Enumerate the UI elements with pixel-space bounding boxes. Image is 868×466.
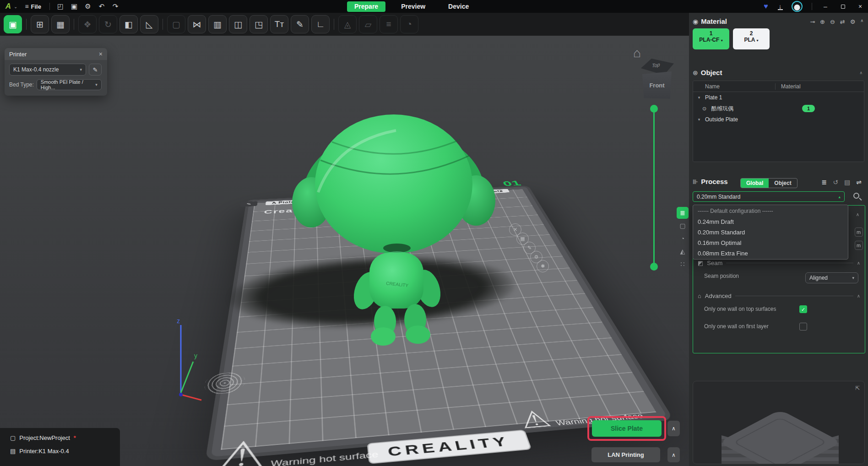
add-text-button[interactable]: Tт	[270, 15, 288, 33]
slice-plate-button[interactable]: Slice Plate	[592, 420, 662, 437]
move-button[interactable]: ❖	[78, 15, 97, 33]
expander-icon[interactable]: ▾	[693, 95, 705, 100]
undo-icon[interactable]: ↶	[95, 2, 108, 11]
material-swap-icon[interactable]: ⇄	[840, 18, 845, 25]
printer-select[interactable]: K1 Max-0.4 nozzle ▾	[9, 64, 86, 76]
category-quality[interactable]: ≣	[677, 207, 689, 219]
axis-indicator: z y	[173, 316, 210, 412]
save-preset-icon[interactable]: ▤	[844, 179, 850, 186]
user-avatar[interactable]	[792, 1, 803, 12]
tab-prepare[interactable]: Prepare	[347, 1, 385, 12]
material-add-icon[interactable]: ⊕	[820, 18, 825, 25]
seam-group-header[interactable]: ◩ Seam ∧	[698, 260, 860, 266]
dropdown-option-optimal[interactable]: 0.16mm Optimal	[693, 238, 848, 248]
split-button[interactable]: ◫	[229, 15, 247, 33]
expander-icon[interactable]: ▾	[693, 117, 705, 122]
rotate-button[interactable]: ↻	[99, 15, 117, 33]
advanced-group-header[interactable]: ⌂ Advanced ∧	[698, 293, 860, 299]
category-support[interactable]: ◭	[677, 245, 689, 257]
add-model-button[interactable]: ⊞	[31, 15, 49, 33]
plate-edit-icon[interactable]: ✎	[240, 201, 257, 207]
lay-on-face-button[interactable]: ◺	[140, 15, 158, 33]
favorites-heart-icon[interactable]: ♥	[760, 2, 772, 11]
auto-arrange-button[interactable]: ◧	[119, 15, 138, 33]
material-settings-icon[interactable]: ⚙	[850, 18, 856, 25]
tab-device[interactable]: Device	[441, 1, 476, 12]
orientation-cube[interactable]: Top Front	[640, 59, 675, 100]
category-speed[interactable]: ◔	[677, 233, 689, 244]
material-slot-1[interactable]: 1 PLA-CF ▾	[693, 28, 729, 49]
mirror-button[interactable]: ⋈	[188, 15, 206, 33]
close-icon[interactable]: ×	[99, 50, 103, 58]
file-menu-label: File	[31, 3, 41, 10]
collapse-icon[interactable]: ∧	[857, 260, 860, 266]
material-remove-icon[interactable]: ⊖	[830, 18, 835, 25]
collapse-icon[interactable]: ∧	[857, 293, 860, 298]
draw-button[interactable]: ✎	[291, 15, 309, 33]
lan-options-button[interactable]: ∧	[667, 447, 680, 462]
model-3d-figure[interactable]: CREALITY	[263, 87, 520, 362]
dropdown-option-standard[interactable]: 0.20mm Standard	[693, 227, 848, 238]
preset-select[interactable]: 0.20mm Standard ▴	[693, 191, 845, 202]
file-menu[interactable]: ≡ File	[20, 3, 46, 10]
scope-object-tab[interactable]: Object	[769, 179, 797, 188]
material-slot-2[interactable]: 2 PLA ▾	[733, 28, 770, 49]
dropdown-option-extra-fine[interactable]: 0.08mm Extra Fine	[693, 248, 848, 259]
viewport-3d[interactable]: ✎ A Plate pleas... A Plate 01 Creality S…	[0, 36, 689, 466]
logo-caret-icon[interactable]: ⌄	[14, 4, 17, 9]
redo-icon[interactable]: ↷	[108, 2, 122, 11]
slice-options-button[interactable]: ∧	[667, 421, 680, 436]
category-others[interactable]: ∷	[677, 258, 689, 270]
history-icon[interactable]: ↺	[833, 179, 838, 186]
sync-preset-icon[interactable]: ⇌	[856, 179, 862, 186]
expand-icon[interactable]: ⇱	[855, 385, 860, 391]
category-plate[interactable]: ▢	[677, 220, 689, 232]
lan-printing-button[interactable]: LAN Printing	[591, 447, 660, 462]
preset-list-icon[interactable]: ≣	[822, 179, 827, 186]
printer-panel-header[interactable]: Printer ×	[5, 48, 107, 60]
only-one-wall-top-checkbox[interactable]: ✓	[799, 305, 807, 313]
section-collapse-icon[interactable]: ∧	[856, 212, 859, 217]
plate-action-settings[interactable]: ✱	[537, 260, 549, 272]
slider-handle-top[interactable]	[650, 105, 658, 113]
dropdown-option-draft[interactable]: 0.24mm Draft	[693, 217, 848, 227]
scope-global-tab[interactable]: Global	[741, 179, 769, 188]
save-icon[interactable]: ▣	[67, 2, 81, 11]
model-torso	[369, 253, 423, 309]
minimize-button[interactable]: –	[818, 0, 833, 13]
material-badge[interactable]: 1	[802, 105, 815, 112]
table-row-model[interactable]: ⊙ 酷维玩偶 1	[693, 103, 864, 114]
plate-settings-button[interactable]: ▣	[4, 15, 22, 33]
creality-logo[interactable]: A	[3, 2, 14, 11]
edit-printer-button[interactable]: ✎	[89, 64, 102, 76]
hollow-button[interactable]: ◳	[250, 15, 268, 33]
material-feed-icon[interactable]: ⊸	[810, 18, 815, 25]
clone-button[interactable]: ▥	[208, 15, 227, 33]
clip-button[interactable]: ▱	[359, 15, 377, 33]
table-row-outside-plate[interactable]: ▾ Outside Plate	[693, 114, 864, 125]
seam-position-select[interactable]: Aligned ▾	[805, 272, 858, 283]
search-icon[interactable]	[853, 193, 859, 199]
download-icon[interactable]: ↓	[774, 3, 786, 10]
eye-visibility-icon[interactable]: ⊙	[702, 106, 711, 112]
tab-preview[interactable]: Preview	[394, 1, 433, 12]
layer-range-slider[interactable]	[653, 109, 655, 266]
close-button[interactable]: ×	[852, 0, 868, 13]
table-row-plate1[interactable]: ▾ Plate 1	[693, 92, 864, 103]
material-2-name: PLA ▾	[733, 37, 770, 43]
material-collapse-icon[interactable]: ∧	[860, 18, 863, 25]
object-collapse-icon[interactable]: ∧	[859, 70, 863, 75]
bed-type-select[interactable]: Smooth PEI Plate / High... ▾	[37, 79, 102, 90]
cube-face-front[interactable]: Front	[642, 71, 672, 99]
support-paint-button[interactable]: ◬	[338, 15, 357, 33]
only-one-wall-first-checkbox[interactable]	[799, 323, 807, 331]
select-region-button[interactable]: ▢	[167, 15, 185, 33]
slider-handle-bottom[interactable]	[650, 263, 658, 271]
open-file-icon[interactable]: ◰	[54, 2, 67, 11]
settings-gear-icon[interactable]: ⚙	[81, 2, 95, 11]
maximize-button[interactable]	[835, 0, 851, 13]
height-range-button[interactable]: ≡	[380, 15, 398, 33]
color-paint-button[interactable]: ◔	[400, 15, 418, 33]
add-plate-button[interactable]: ▦	[51, 15, 70, 33]
measure-button[interactable]: ∟	[311, 15, 330, 33]
